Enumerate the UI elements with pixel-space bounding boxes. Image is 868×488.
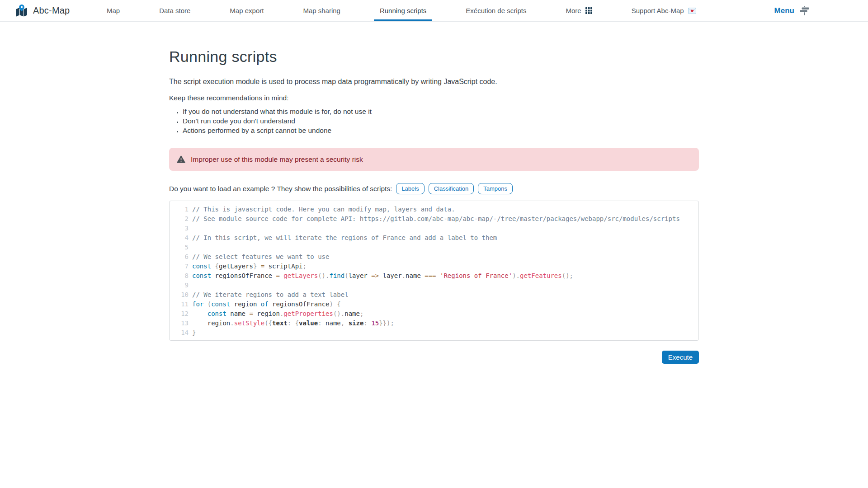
code-line xyxy=(192,243,694,252)
code-token: layer xyxy=(379,272,402,279)
line-number: 8 xyxy=(170,271,189,281)
code-token: name xyxy=(344,310,360,317)
tab-support-abc-map[interactable]: Support Abc-Map xyxy=(626,0,702,21)
code-token: regionsOfFrance xyxy=(269,300,330,308)
code-token: setStyle xyxy=(234,319,264,327)
code-token xyxy=(344,319,348,327)
tab-more[interactable]: More xyxy=(560,0,598,21)
line-number: 7 xyxy=(170,262,189,271)
code-token: . xyxy=(230,319,234,327)
grid-icon xyxy=(585,7,592,14)
code-token: const xyxy=(208,310,226,317)
line-number: 1 xyxy=(170,205,189,214)
code-token: region xyxy=(253,310,280,317)
code-token: getLayers xyxy=(219,263,253,270)
example-button-labels[interactable]: Labels xyxy=(396,183,424,194)
example-buttons: LabelsClassificationTampons xyxy=(396,183,513,194)
tab-map-export[interactable]: Map export xyxy=(224,0,269,21)
tab-ex-cution-de-scripts[interactable]: Exécution de scripts xyxy=(460,0,532,21)
warning-text: Improper use of this module may present … xyxy=(191,155,363,164)
code-token: value xyxy=(299,319,318,327)
code-token: 15 xyxy=(371,319,379,327)
tab-label: More xyxy=(566,7,581,14)
menu-button[interactable]: Menu xyxy=(774,0,809,21)
line-number: 14 xyxy=(170,328,189,338)
line-number: 3 xyxy=(170,224,189,233)
menu-label: Menu xyxy=(774,6,794,15)
code-token xyxy=(211,263,215,270)
code-line: for (const region of regionsOfFrance) { xyxy=(192,300,694,309)
code-lines: // This is javascript code. Here you can… xyxy=(189,205,694,336)
execute-button[interactable]: Execute xyxy=(662,351,699,364)
navbar: Abc-Map MapData storeMap exportMap shari… xyxy=(0,0,868,22)
warning-icon xyxy=(177,155,185,163)
tab-label: Map export xyxy=(230,7,264,14)
tab-label: Exécution de scripts xyxy=(466,7,526,14)
example-button-tampons[interactable]: Tampons xyxy=(478,183,513,194)
tab-map[interactable]: Map xyxy=(101,0,126,21)
code-token: : xyxy=(318,319,321,327)
recommendation-item: Actions performed by a script cannot be … xyxy=(183,126,699,135)
brand[interactable]: Abc-Map xyxy=(16,0,101,21)
code-token: name xyxy=(226,310,250,317)
code-token: name xyxy=(322,319,341,327)
code-token xyxy=(257,263,260,270)
code-line: const regionsOfFrance = getLayers().find… xyxy=(192,271,694,281)
code-token: { xyxy=(295,319,299,327)
code-token: { xyxy=(215,263,219,270)
nav-tabs: MapData storeMap exportMap sharingRunnin… xyxy=(101,0,702,21)
code-token xyxy=(192,310,208,317)
code-token: for xyxy=(192,300,203,308)
line-number: 10 xyxy=(170,290,189,300)
code-token: , xyxy=(341,319,344,327)
code-token: === xyxy=(425,272,436,279)
line-number: 11 xyxy=(170,300,189,309)
code-editor[interactable]: 1234567891011121314 // This is javascrip… xyxy=(169,201,699,341)
brand-name: Abc-Map xyxy=(33,5,70,16)
main-content: Running scripts The script execution mod… xyxy=(169,48,699,391)
code-token: => xyxy=(371,272,379,279)
code-token: ({ xyxy=(264,319,272,327)
code-token: // We select features we want to use xyxy=(192,253,329,260)
heart-mail-icon xyxy=(688,8,696,14)
code-token: { xyxy=(337,300,340,308)
code-line: // We iterate regions to add a text labe… xyxy=(192,290,694,300)
code-token: ). xyxy=(512,272,520,279)
page-title: Running scripts xyxy=(169,48,699,66)
abc-map-logo-icon xyxy=(16,5,28,17)
tab-label: Support Abc-Map xyxy=(632,7,684,14)
code-token: getFeatures xyxy=(520,272,562,279)
line-number: 13 xyxy=(170,319,189,328)
code-line: const {getLayers} = scriptApi; xyxy=(192,262,694,271)
line-number: 2 xyxy=(170,214,189,224)
code-line: // See module source code for complete A… xyxy=(192,214,694,224)
code-token: getProperties xyxy=(283,310,333,317)
code-token: regionsOfFrance xyxy=(211,272,276,279)
code-token xyxy=(203,300,207,308)
code-token: const xyxy=(192,263,211,270)
code-line: // We select features we want to use xyxy=(192,252,694,262)
tab-data-store[interactable]: Data store xyxy=(153,0,196,21)
example-button-classification[interactable]: Classification xyxy=(429,183,474,194)
execute-row: Execute xyxy=(169,351,699,391)
code-token: // We iterate regions to add a text labe… xyxy=(192,291,349,298)
code-token: region xyxy=(192,319,230,327)
tab-map-sharing[interactable]: Map sharing xyxy=(297,0,346,21)
tab-label: Data store xyxy=(159,7,190,14)
code-token: ) xyxy=(329,300,333,308)
code-token: }}); xyxy=(379,319,394,327)
recommendations-list: If you do not understand what this modul… xyxy=(169,107,699,135)
code-line: region.setStyle({text: {value: name, siz… xyxy=(192,319,694,328)
code-token: 'Regions of France' xyxy=(440,272,512,279)
line-number: 5 xyxy=(170,243,189,252)
recommendations-heading: Keep these recommendations in mind: xyxy=(169,93,699,103)
code-token: (). xyxy=(333,310,344,317)
tab-running-scripts[interactable]: Running scripts xyxy=(374,0,432,21)
code-line: // In this script, we will iterate the r… xyxy=(192,233,694,243)
code-line: // This is javascript code. Here you can… xyxy=(192,205,694,214)
code-line xyxy=(192,224,694,233)
line-number: 6 xyxy=(170,252,189,262)
code-line: } xyxy=(192,328,694,336)
examples-prompt: Do you want to load an example ? They sh… xyxy=(169,185,392,193)
recommendation-item: Don't run code you don't understand xyxy=(183,116,699,126)
